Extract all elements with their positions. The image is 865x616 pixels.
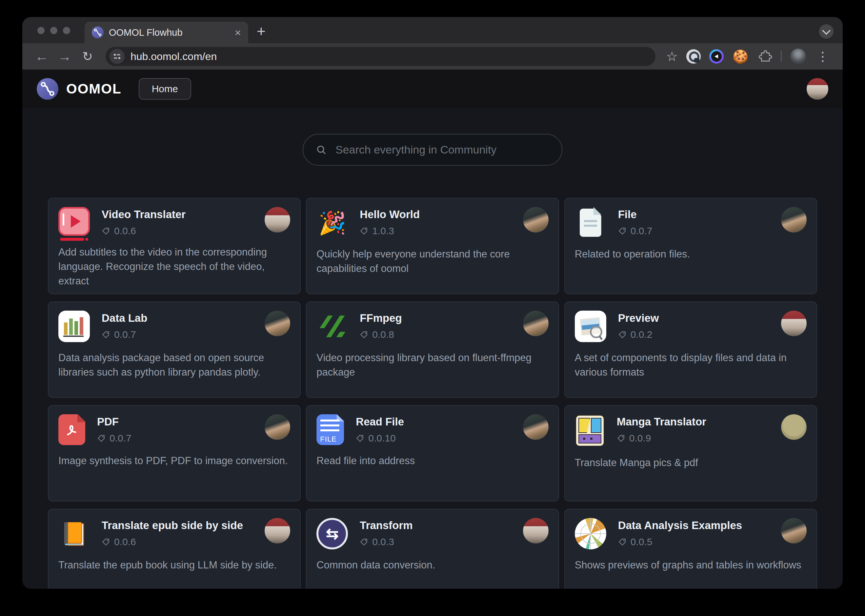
site-header: OOMOL Home — [22, 69, 843, 108]
owner-avatar[interactable] — [265, 414, 290, 440]
zoom-window-button[interactable] — [63, 27, 70, 34]
bar-chart-icon — [58, 311, 90, 342]
owner-avatar[interactable] — [523, 207, 549, 233]
purple-extension-icon[interactable] — [709, 49, 724, 64]
tab-strip: OOMOL Flowhub × + — [22, 17, 843, 43]
owner-avatar[interactable] — [265, 518, 290, 544]
reload-button[interactable]: ↻ — [77, 50, 98, 63]
owner-avatar[interactable] — [523, 311, 549, 336]
tag-icon — [618, 330, 626, 339]
package-card[interactable]: 🎉 Hello World 1.0.3 Quickly help everyon… — [306, 198, 559, 294]
package-version: 0.0.2 — [618, 329, 659, 340]
package-version: 0.0.7 — [102, 329, 147, 340]
package-version: 1.0.3 — [360, 225, 420, 236]
community-search[interactable] — [303, 134, 562, 166]
owner-avatar[interactable] — [265, 311, 290, 336]
page-content: Video Translater 0.0.6 Add subtitles to … — [22, 108, 843, 589]
browser-profile-avatar[interactable] — [790, 49, 806, 64]
back-button[interactable]: ← — [31, 50, 52, 63]
toolbar-actions: ☆ 🍪 ⋮ — [666, 49, 834, 64]
file-icon-label: FILE — [320, 435, 336, 443]
package-version: 0.0.7 — [618, 225, 653, 236]
package-version: 0.0.10 — [356, 433, 404, 444]
package-title: Data Analysis Examples — [618, 519, 742, 532]
browser-tab[interactable]: OOMOL Flowhub × — [85, 22, 248, 43]
party-popper-icon: 🎉 — [316, 207, 348, 239]
package-card[interactable]: ⇆ Transform 0.0.3 Common data conversion… — [306, 509, 559, 589]
package-description: A set of components to display files and… — [575, 350, 807, 380]
package-description: Related to operation files. — [575, 247, 807, 261]
minimize-window-button[interactable] — [50, 27, 57, 34]
tag-icon — [618, 227, 626, 235]
bookmark-star-icon[interactable]: ☆ — [666, 50, 678, 63]
tab-search-button[interactable] — [819, 24, 834, 39]
package-title: Hello World — [360, 208, 420, 221]
tab-title: OOMOL Flowhub — [109, 27, 229, 38]
package-description: Image synthesis to PDF, PDF to image con… — [58, 454, 290, 468]
browser-menu-icon[interactable]: ⋮ — [815, 50, 831, 63]
tab-close-icon[interactable]: × — [234, 27, 241, 38]
preview-photos-icon — [575, 311, 606, 342]
tag-icon — [360, 330, 368, 339]
pdf-icon — [58, 414, 85, 445]
package-card[interactable]: Data Lab 0.0.7 Data analysis package bas… — [48, 302, 301, 398]
owner-avatar[interactable] — [781, 414, 807, 440]
package-card[interactable]: Manga Translator 0.0.9 Translate Manga p… — [564, 405, 817, 501]
close-window-button[interactable] — [38, 27, 45, 34]
cookie-extension-icon[interactable]: 🍪 — [732, 50, 749, 63]
package-card[interactable]: File 0.0.7 Related to operation files. — [564, 198, 817, 294]
address-bar[interactable]: hub.oomol.com/en — [105, 47, 655, 66]
password-manager-extension-icon[interactable] — [686, 49, 701, 64]
blue-file-icon: FILE — [316, 414, 344, 445]
search-input[interactable] — [335, 143, 549, 156]
home-button[interactable]: Home — [139, 78, 191, 100]
owner-avatar[interactable] — [781, 311, 807, 336]
site-info-icon[interactable] — [110, 49, 125, 64]
new-tab-button[interactable]: + — [257, 24, 265, 39]
package-card[interactable]: PDF 0.0.7 Image synthesis to PDF, PDF to… — [48, 405, 301, 501]
forward-button[interactable]: → — [55, 50, 75, 63]
package-description: Common data conversion. — [316, 558, 548, 572]
package-card[interactable]: 📙 Translate epub side by side 0.0.6 Tran… — [48, 509, 301, 589]
package-card[interactable]: FILE Read File 0.0.10 Read file into add… — [306, 405, 559, 501]
package-version: 0.0.6 — [102, 225, 185, 236]
package-card[interactable]: Data Analysis Examples 0.0.5 Shows previ… — [564, 509, 817, 589]
owner-avatar[interactable] — [781, 518, 807, 544]
package-title: Transform — [360, 519, 413, 532]
package-title: Read File — [356, 416, 404, 428]
package-card[interactable]: Preview 0.0.2 A set of components to dis… — [564, 302, 817, 398]
package-description: Video processing library based on fluent… — [316, 350, 548, 380]
tag-icon — [102, 330, 110, 339]
chevron-down-icon — [822, 26, 830, 35]
document-icon — [575, 207, 606, 239]
package-card[interactable]: Video Translater 0.0.6 Add subtitles to … — [48, 198, 301, 294]
swap-arrows-icon: ⇆ — [316, 518, 348, 549]
owner-avatar[interactable] — [523, 414, 549, 440]
package-title: Manga Translator — [617, 416, 706, 428]
package-version: 0.0.6 — [102, 536, 243, 547]
window-controls — [38, 27, 70, 34]
package-version: 0.0.8 — [360, 329, 402, 340]
video-player-icon — [58, 207, 90, 236]
owner-avatar[interactable] — [523, 518, 549, 544]
package-card[interactable]: FFmpeg 0.0.8 Video processing library ba… — [306, 302, 559, 398]
package-title: Data Lab — [102, 312, 147, 324]
play-icon — [71, 215, 81, 228]
orange-book-icon: 📙 — [58, 518, 90, 549]
url-text[interactable]: hub.oomol.com/en — [130, 50, 217, 63]
tag-icon — [618, 537, 626, 546]
oomol-brand[interactable]: OOMOL — [37, 78, 122, 100]
tag-icon — [102, 227, 110, 235]
package-description: Read file into address — [316, 454, 548, 468]
package-version: 0.0.7 — [97, 433, 132, 444]
owner-avatar[interactable] — [265, 207, 290, 233]
ffmpeg-icon — [316, 311, 348, 342]
owner-avatar[interactable] — [781, 207, 807, 233]
package-title: Preview — [618, 312, 659, 324]
package-description: Quickly help everyone understand the cor… — [316, 247, 548, 276]
package-description: Translate Manga pics & pdf — [575, 456, 807, 470]
user-avatar[interactable] — [807, 78, 828, 100]
extensions-puzzle-icon[interactable] — [757, 49, 772, 64]
package-description: Shows previews of graphs and tables in w… — [575, 558, 807, 572]
brand-name: OOMOL — [66, 81, 122, 97]
